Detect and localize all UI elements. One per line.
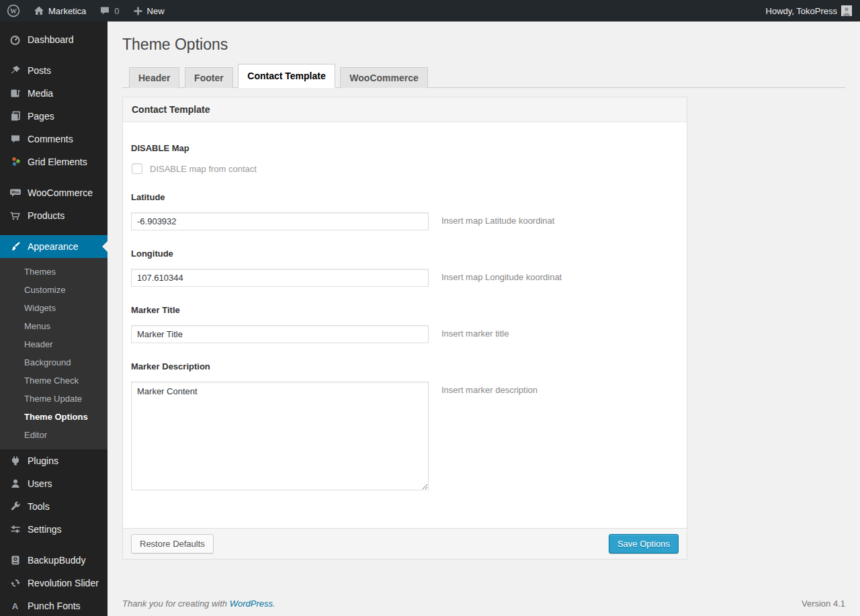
latitude-input[interactable] (131, 212, 429, 230)
users-icon (9, 478, 22, 490)
field-marker-description: Marker Description Marker Content Insert… (131, 361, 679, 490)
wordpress-link[interactable]: WordPress (230, 599, 273, 609)
input-row: Insert map Longitude koordinat (131, 269, 679, 287)
field-label: Longitude (131, 249, 679, 259)
sidebar-item-label: Appearance (28, 241, 79, 252)
field-help: Insert marker title (441, 325, 509, 339)
save-options-button[interactable]: Save Options (609, 534, 679, 554)
new-content-menu[interactable]: New (126, 0, 171, 21)
marker-title-input[interactable] (131, 325, 429, 343)
tab-bar: Header Footer Contact Template WooCommer… (122, 64, 845, 88)
comments-bubble-icon (99, 5, 110, 16)
sidebar-item-label: Plugins (28, 455, 58, 466)
svg-text:W: W (10, 7, 17, 15)
sidebar-item-settings[interactable]: Settings (0, 518, 108, 541)
tab-footer[interactable]: Footer (185, 67, 233, 88)
sidebar-item-posts[interactable]: Posts (0, 59, 108, 82)
account-menu[interactable]: Howdy, TokoPress (759, 0, 860, 21)
submenu-item-theme-update[interactable]: Theme Update (0, 390, 108, 408)
pages-icon (9, 111, 22, 122)
woocommerce-icon: Woo (9, 187, 22, 199)
field-longitude: Longitude Insert map Longitude koordinat (131, 249, 679, 287)
grid-elements-icon (9, 157, 22, 168)
wordpress-logo-icon: W (7, 4, 20, 17)
tab-woocommerce[interactable]: WooCommerce (340, 67, 427, 88)
submenu-item-customize[interactable]: Customize (0, 281, 108, 299)
wordpress-logo-menu[interactable]: W (0, 0, 27, 21)
submenu-item-editor[interactable]: Editor (0, 426, 108, 444)
field-label: DISABLE Map (131, 143, 679, 153)
backupbuddy-icon (9, 555, 22, 566)
plus-icon (133, 6, 143, 16)
admin-bar-right: Howdy, TokoPress (759, 0, 860, 21)
main-content: Theme Options Header Footer Contact Temp… (108, 0, 860, 616)
page-title: Theme Options (122, 35, 845, 54)
submenu-item-theme-options[interactable]: Theme Options (0, 408, 108, 426)
panel-body: DISABLE Map DISABLE map from contact Lat… (123, 122, 687, 528)
sidebar-item-users[interactable]: Users (0, 472, 108, 495)
input-row: Marker Content Insert marker description (131, 382, 679, 490)
sidebar-item-pages[interactable]: Pages (0, 105, 108, 128)
site-name-link[interactable]: Marketica (27, 0, 93, 21)
sidebar-item-label: Revolution Slider (28, 578, 99, 588)
disable-map-checkbox[interactable] (132, 163, 142, 174)
sidebar-item-dashboard[interactable]: Dashboard (0, 28, 108, 51)
dashboard-icon (9, 34, 22, 46)
comments-icon (9, 134, 22, 145)
longitude-input[interactable] (131, 269, 429, 287)
tab-contact-template[interactable]: Contact Template (238, 64, 335, 88)
panel-title: Contact Template (123, 97, 687, 122)
settings-icon (9, 524, 22, 535)
marker-description-textarea[interactable]: Marker Content (131, 382, 429, 490)
home-icon (34, 5, 44, 16)
admin-bar: W Marketica 0 New Howdy, TokoPress (0, 0, 860, 21)
submenu-item-widgets[interactable]: Widgets (0, 299, 108, 317)
posts-icon (9, 65, 22, 77)
sidebar-item-label: Settings (28, 524, 62, 535)
sidebar-item-label: Users (28, 478, 52, 489)
sidebar-item-appearance[interactable]: Appearance (0, 235, 108, 258)
submenu-item-theme-check[interactable]: Theme Check (0, 371, 108, 390)
sidebar-item-punch-fonts[interactable]: A Punch Fonts (0, 595, 108, 616)
submenu-item-header[interactable]: Header (0, 335, 108, 353)
footer-thanks: Thank you for creating with WordPress. (122, 599, 275, 609)
menu-separator (0, 51, 108, 59)
sidebar-item-revolution-slider[interactable]: Revolution Slider (0, 572, 108, 595)
media-icon (9, 88, 22, 99)
sidebar-item-media[interactable]: Media (0, 82, 108, 105)
field-latitude: Latitude Insert map Latitude koordinat (131, 192, 679, 230)
sidebar-item-label: Media (28, 88, 53, 99)
submenu-item-menus[interactable]: Menus (0, 317, 108, 335)
appearance-submenu: Themes Customize Widgets Menus Header Ba… (0, 258, 108, 449)
sidebar-item-products[interactable]: Products (0, 204, 108, 227)
admin-bar-left: W Marketica 0 New (0, 0, 171, 21)
thanks-suffix: . (273, 599, 275, 609)
version-label: Version 4.1 (802, 599, 845, 609)
new-label: New (147, 6, 165, 16)
sidebar-item-backupbuddy[interactable]: BackupBuddy (0, 549, 108, 572)
sidebar-item-label: Comments (28, 134, 73, 144)
sidebar-item-label: Posts (28, 65, 51, 76)
sidebar-item-woocommerce[interactable]: Woo WooCommerce (0, 181, 108, 204)
field-label: Marker Description (131, 361, 679, 371)
menu-separator (0, 227, 108, 235)
page-footer: Thank you for creating with WordPress. V… (122, 599, 845, 616)
field-help: Insert marker description (441, 382, 538, 395)
sidebar-item-label: Products (28, 210, 64, 221)
disable-map-checkbox-row: DISABLE map from contact (131, 163, 679, 174)
menu-separator (0, 173, 108, 181)
sidebar-item-grid-elements[interactable]: Grid Elements (0, 150, 108, 173)
restore-defaults-button[interactable]: Restore Defaults (131, 534, 214, 554)
products-icon (9, 210, 22, 222)
sidebar-item-label: WooCommerce (28, 187, 93, 198)
sidebar-item-comments[interactable]: Comments (0, 128, 108, 150)
comments-counter[interactable]: 0 (93, 0, 126, 21)
sidebar-item-plugins[interactable]: Plugins (0, 449, 108, 472)
sidebar-item-tools[interactable]: Tools (0, 495, 108, 518)
submenu-item-background[interactable]: Background (0, 353, 108, 371)
field-disable-map: DISABLE Map DISABLE map from contact (131, 143, 679, 174)
tab-header[interactable]: Header (129, 67, 179, 88)
options-panel: Contact Template DISABLE Map DISABLE map… (122, 97, 687, 560)
admin-sidebar: Dashboard Posts Media Pages Comments Gri… (0, 21, 108, 616)
submenu-item-themes[interactable]: Themes (0, 263, 108, 281)
